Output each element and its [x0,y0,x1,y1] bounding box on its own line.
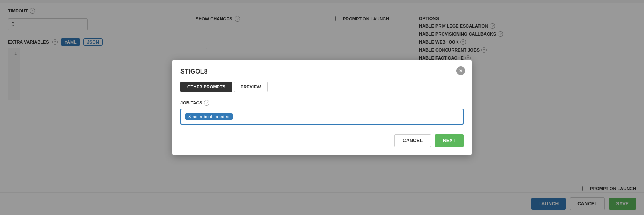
modal-title: STIGOL8 [180,68,464,75]
tag-remove-icon[interactable]: × [188,114,191,119]
job-tags-label: JOB TAGS ? [180,100,464,106]
modal-next-button[interactable]: NEXT [435,134,464,147]
job-tags-help-icon[interactable]: ? [204,100,209,106]
modal-close-button[interactable]: ✕ [456,66,465,75]
modal-cancel-button[interactable]: CANCEL [394,134,431,147]
tab-preview[interactable]: PREVIEW [234,82,268,92]
tags-input-container[interactable]: × no_reboot_needed [180,109,464,125]
tab-other-prompts[interactable]: OTHER PROMPTS [180,82,232,92]
modal-dialog: ✕ STIGOL8 OTHER PROMPTS PREVIEW JOB TAGS… [172,60,472,155]
modal-tabs: OTHER PROMPTS PREVIEW [180,82,464,92]
tag-value: no_reboot_needed [192,114,229,119]
close-icon: ✕ [459,68,463,74]
modal-footer: CANCEL NEXT [180,134,464,147]
page-wrapper: TIMEOUT ? SHOW CHANGES ? PROMPT ON LAUNC… [0,0,644,215]
modal-overlay: ✕ STIGOL8 OTHER PROMPTS PREVIEW JOB TAGS… [0,0,644,215]
tag-item: × no_reboot_needed [185,113,233,120]
